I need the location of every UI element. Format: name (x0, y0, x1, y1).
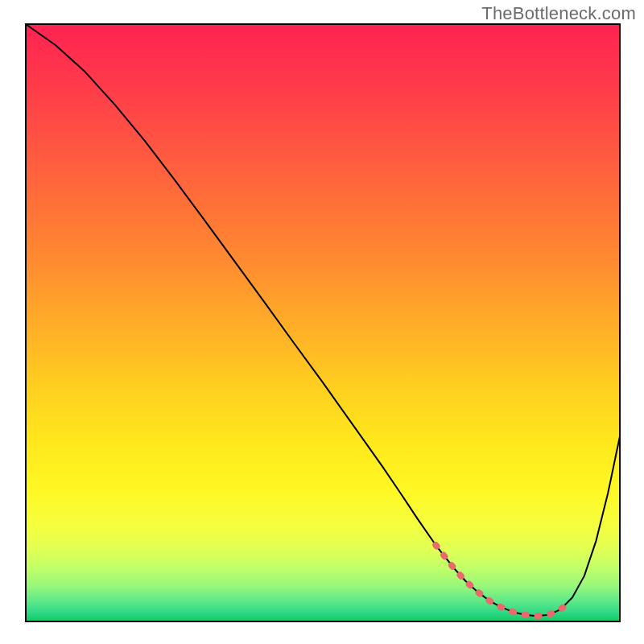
chart-container: { "watermark": "TheBottleneck.com", "cha… (0, 0, 644, 644)
plot-background (26, 24, 620, 621)
chart-svg (0, 0, 644, 644)
watermark-text: TheBottleneck.com (481, 3, 636, 24)
